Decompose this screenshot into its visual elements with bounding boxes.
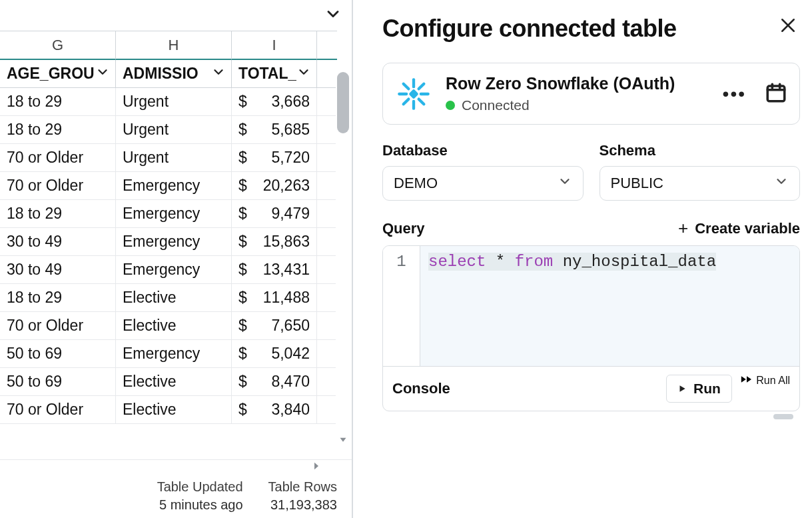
cell-total[interactable]: $5,720 (232, 144, 317, 172)
table-row[interactable]: 70 or OlderUrgent$5,720 (0, 144, 352, 172)
chevron-down-icon (774, 174, 789, 193)
cell-age-group[interactable]: 70 or Older (0, 144, 116, 172)
svg-rect-4 (412, 78, 415, 88)
run-all-button[interactable]: Run All (740, 375, 790, 403)
svg-rect-6 (398, 92, 408, 95)
cell-admission[interactable]: Elective (116, 284, 232, 312)
cell-admission[interactable]: Elective (116, 312, 232, 340)
database-select[interactable]: DEMO (382, 166, 584, 201)
cell-admission[interactable]: Emergency (116, 340, 232, 368)
cell-age-group[interactable]: 18 to 29 (0, 284, 116, 312)
table-row[interactable]: 70 or OlderEmergency$20,263 (0, 172, 352, 200)
schema-select[interactable]: PUBLIC (600, 166, 801, 201)
filter-header-age-group[interactable]: AGE_GROU (0, 60, 116, 88)
cell-total[interactable]: $13,431 (232, 256, 317, 284)
table-row[interactable]: 50 to 69Emergency$5,042 (0, 340, 352, 368)
column-header-g[interactable]: G (0, 31, 116, 60)
svg-marker-17 (680, 385, 685, 391)
schema-label: Schema (600, 142, 801, 159)
cell-admission[interactable]: Elective (116, 396, 232, 424)
table-row[interactable]: 18 to 29Emergency$9,479 (0, 200, 352, 228)
table-row[interactable]: 18 to 29Elective$11,488 (0, 284, 352, 312)
resize-handle[interactable] (382, 411, 800, 419)
cell-total[interactable]: $7,650 (232, 312, 317, 340)
cell-age-group[interactable]: 70 or Older (0, 172, 116, 200)
console-label[interactable]: Console (392, 380, 450, 397)
table-rows-label: Table Rows (268, 479, 337, 495)
cell-age-group[interactable]: 30 to 49 (0, 228, 116, 256)
table-rows-value: 31,193,383 (268, 497, 337, 513)
more-options-button[interactable]: ••• (719, 83, 750, 105)
cell-age-group[interactable]: 50 to 69 (0, 368, 116, 396)
cell-total[interactable]: $11,488 (232, 284, 317, 312)
snowflake-icon (395, 75, 432, 113)
filter-header-admission[interactable]: ADMISSIO (116, 60, 232, 88)
cell-admission[interactable]: Urgent (116, 88, 232, 116)
svg-rect-9 (402, 97, 411, 106)
cell-total[interactable]: $3,668 (232, 88, 317, 116)
svg-marker-1 (314, 463, 318, 470)
table-row[interactable]: 30 to 49Emergency$15,863 (0, 228, 352, 256)
vertical-scrollbar-thumb[interactable] (337, 72, 349, 133)
table-row[interactable]: 70 or OlderElective$3,840 (0, 396, 352, 424)
chevron-down-icon (296, 65, 311, 83)
cell-admission[interactable]: Emergency (116, 172, 232, 200)
svg-marker-18 (741, 376, 746, 382)
schedule-button[interactable] (765, 81, 787, 107)
horizontal-scrollbar[interactable] (0, 459, 352, 473)
table-row[interactable]: 70 or OlderElective$7,650 (0, 312, 352, 340)
svg-marker-0 (340, 438, 346, 442)
chevron-down-icon[interactable] (324, 5, 342, 26)
table-row[interactable]: 30 to 49Emergency$13,431 (0, 256, 352, 284)
sql-identifier: ny_hospital_data (563, 253, 716, 271)
cell-age-group[interactable]: 18 to 29 (0, 116, 116, 144)
cell-total[interactable]: $5,685 (232, 116, 317, 144)
cell-age-group[interactable]: 70 or Older (0, 396, 116, 424)
table-row[interactable]: 18 to 29Urgent$3,668 (0, 88, 352, 116)
svg-rect-10 (402, 81, 411, 91)
calendar-icon (765, 95, 787, 106)
cell-admission[interactable]: Emergency (116, 200, 232, 228)
cell-total[interactable]: $15,863 (232, 228, 317, 256)
query-label: Query (382, 220, 425, 237)
table-row[interactable]: 18 to 29Urgent$5,685 (0, 116, 352, 144)
cell-admission[interactable]: Emergency (116, 228, 232, 256)
table-row[interactable]: 50 to 69Elective$8,470 (0, 368, 352, 396)
cell-admission[interactable]: Urgent (116, 116, 232, 144)
cell-total[interactable]: $5,042 (232, 340, 317, 368)
vertical-scrollbar[interactable] (336, 72, 350, 445)
cell-admission[interactable]: Emergency (116, 256, 232, 284)
column-header-i[interactable]: I (232, 31, 317, 60)
data-rows-container: 18 to 29Urgent$3,66818 to 29Urgent$5,685… (0, 88, 352, 459)
triangle-right-icon[interactable] (310, 460, 322, 475)
cell-age-group[interactable]: 18 to 29 (0, 200, 116, 228)
close-button[interactable] (776, 15, 800, 39)
sql-keyword-select: select (428, 253, 486, 271)
cell-admission[interactable]: Urgent (116, 144, 232, 172)
connection-status-label: Connected (462, 97, 530, 113)
spreadsheet-pane: G H I AGE_GROU ADMISSIO TOTAL_ 18 to 29U… (0, 0, 353, 518)
cell-total[interactable]: $8,470 (232, 368, 317, 396)
cell-age-group[interactable]: 50 to 69 (0, 340, 116, 368)
column-header-h[interactable]: H (116, 31, 232, 60)
triangle-down-icon[interactable] (336, 433, 350, 445)
cell-total[interactable]: $20,263 (232, 172, 317, 200)
panel-title: Configure connected table (382, 15, 677, 43)
cell-admission[interactable]: Elective (116, 368, 232, 396)
ellipsis-icon: ••• (723, 83, 746, 104)
schema-value: PUBLIC (611, 175, 663, 192)
table-updated-label: Table Updated (157, 479, 243, 495)
create-variable-button[interactable]: + Create variable (678, 218, 800, 239)
query-editor: 1 select * from ny_hospital_data Console… (382, 245, 800, 411)
run-button[interactable]: Run (666, 375, 732, 403)
cell-total[interactable]: $9,479 (232, 200, 317, 228)
svg-rect-7 (420, 92, 430, 95)
cell-age-group[interactable]: 18 to 29 (0, 88, 116, 116)
chevron-down-icon (558, 174, 572, 193)
run-button-label: Run (693, 381, 721, 397)
cell-age-group[interactable]: 70 or Older (0, 312, 116, 340)
filter-header-total[interactable]: TOTAL_ (232, 60, 317, 88)
cell-total[interactable]: $3,840 (232, 396, 317, 424)
cell-age-group[interactable]: 30 to 49 (0, 256, 116, 284)
editor-content[interactable]: select * from ny_hospital_data (420, 246, 799, 366)
